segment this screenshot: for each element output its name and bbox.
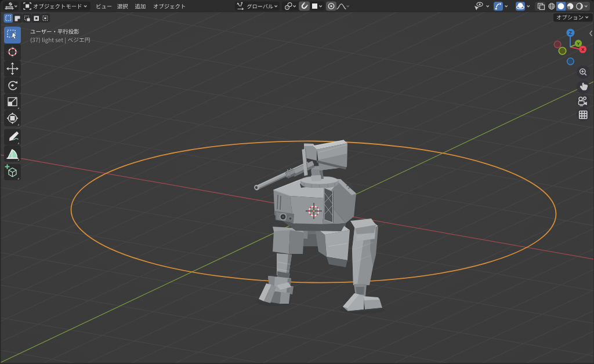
- svg-text:X: X: [581, 47, 585, 52]
- svg-text:Z: Z: [569, 30, 572, 36]
- svg-text:Y: Y: [577, 41, 580, 46]
